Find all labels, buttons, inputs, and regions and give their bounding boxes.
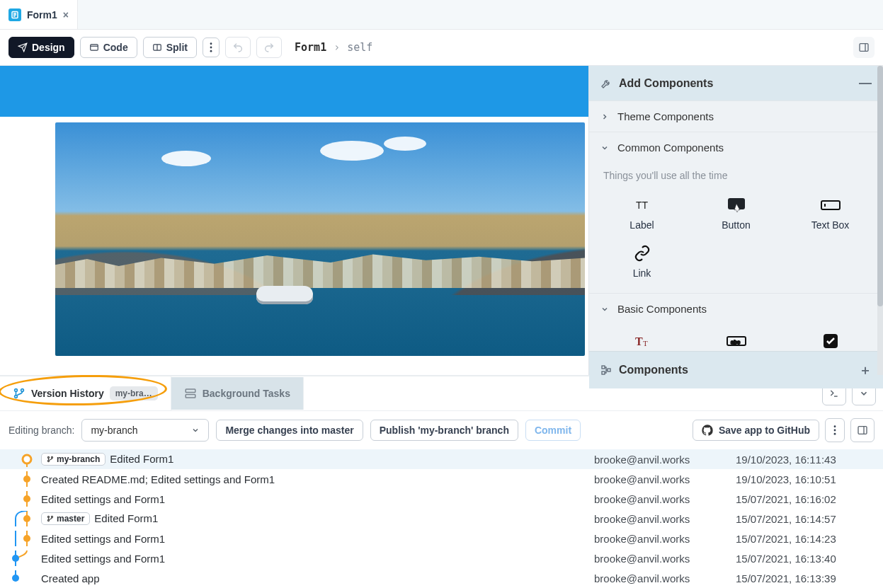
svg-rect-15 <box>608 369 610 371</box>
collapse-icon[interactable]: — <box>859 76 872 91</box>
commit-row[interactable]: Edited settings and Form1brooke@anvil.wo… <box>0 548 883 568</box>
commit-date: 15/07/2021, 16:14:57 <box>736 513 877 525</box>
basic-components-grid: TT abc <box>589 324 883 351</box>
common-components-subtext: Things you'll use all the time <box>589 163 883 184</box>
svg-point-39 <box>47 519 49 521</box>
svg-point-3 <box>210 42 212 45</box>
tab-background-tasks[interactable]: Background Tasks <box>171 377 304 410</box>
breadcrumb-self[interactable]: self <box>347 41 372 54</box>
tab-background-tasks-label: Background Tasks <box>203 388 290 399</box>
component-link[interactable]: Link <box>595 243 689 279</box>
component-button[interactable]: Button <box>689 195 783 231</box>
merge-button[interactable]: Merge changes into master <box>216 420 363 441</box>
tab-version-history[interactable]: Version History my-bra… <box>0 376 171 410</box>
code-button[interactable]: Code <box>80 37 137 58</box>
svg-text:abc: abc <box>731 339 740 345</box>
components-footer-title: Components <box>619 364 688 376</box>
svg-rect-16 <box>602 371 605 374</box>
common-components-section[interactable]: Common Components <box>589 132 883 163</box>
commit-message: Edited Form1 <box>94 512 158 524</box>
branch-tag: my-branch <box>41 453 106 466</box>
svg-point-37 <box>23 515 30 522</box>
panel-layout-button[interactable] <box>850 418 875 442</box>
add-components-header[interactable]: Add Components — <box>589 66 883 100</box>
commit-user: brooke@anvil.works <box>594 493 736 505</box>
svg-point-45 <box>12 555 19 562</box>
component-textbox[interactable]: Text Box <box>783 195 877 231</box>
toggle-right-panel-button[interactable] <box>853 37 875 58</box>
add-components-title: Add Components <box>619 77 713 90</box>
file-tab-form1[interactable]: Form1 × <box>0 0 78 29</box>
svg-rect-20 <box>186 389 195 393</box>
plus-icon[interactable]: ＋ <box>859 362 872 379</box>
basic-components-section[interactable]: Basic Components <box>589 293 883 324</box>
svg-point-29 <box>47 460 49 461</box>
commit-button[interactable]: Commit <box>525 420 581 441</box>
commit-date: 15/07/2021, 16:14:23 <box>736 533 877 545</box>
component-input[interactable]: abc <box>689 331 783 351</box>
svg-rect-1 <box>90 45 98 50</box>
commit-row[interactable]: Edited settings and Form1brooke@anvil.wo… <box>0 529 883 548</box>
commit-row[interactable]: Created appbrooke@anvil.works15/07/2021,… <box>0 568 883 588</box>
commit-message: Created README.md; Edited settings and F… <box>41 473 275 485</box>
svg-rect-6 <box>860 44 868 52</box>
commit-user: brooke@anvil.works <box>594 454 736 466</box>
commit-date: 15/07/2021, 16:16:02 <box>736 493 877 505</box>
editing-branch-label: Editing branch: <box>8 425 74 436</box>
component-text[interactable]: TT <box>595 331 689 351</box>
label-icon: TT <box>632 195 652 215</box>
redo-button[interactable] <box>256 37 282 58</box>
chevron-down-icon <box>191 426 200 434</box>
components-panel: Add Components — Theme Components Common… <box>588 66 883 375</box>
undo-button[interactable] <box>225 37 251 58</box>
commit-user: brooke@anvil.works <box>594 473 736 485</box>
github-menu-button[interactable] <box>825 418 845 442</box>
kebab-menu-button[interactable] <box>203 38 220 57</box>
save-to-github-button[interactable]: Save app to GitHub <box>693 420 819 441</box>
svg-point-4 <box>210 47 212 49</box>
chevron-right-icon <box>600 113 609 121</box>
close-icon[interactable]: × <box>63 9 69 21</box>
commit-row[interactable]: my-branchEdited Form1brooke@anvil.works1… <box>0 449 883 469</box>
branch-select[interactable]: my-branch <box>81 419 209 442</box>
split-button[interactable]: Split <box>143 37 197 58</box>
common-components-label: Common Components <box>617 142 724 154</box>
view-toolbar: Design Code Split Form1 › self <box>0 30 883 66</box>
theme-components-section[interactable]: Theme Components <box>589 100 883 132</box>
commit-row[interactable]: Edited settings and Form1brooke@anvil.wo… <box>0 489 883 509</box>
publish-button[interactable]: Publish 'my-branch' branch <box>370 420 518 441</box>
commit-row[interactable]: Created README.md; Edited settings and F… <box>0 469 883 489</box>
tree-icon <box>600 364 612 376</box>
svg-point-22 <box>834 425 836 427</box>
svg-point-34 <box>23 495 30 502</box>
svg-rect-14 <box>602 366 605 369</box>
components-footer[interactable]: Components ＋ <box>589 351 883 388</box>
canvas-image[interactable] <box>55 122 585 356</box>
branch-select-value: my-branch <box>91 425 137 436</box>
panel-scrollbar[interactable] <box>877 66 883 375</box>
svg-point-32 <box>23 475 30 483</box>
breadcrumb-form[interactable]: Form1 <box>295 41 326 54</box>
basic-components-label: Basic Components <box>617 303 707 315</box>
commit-message: Created app <box>41 572 100 584</box>
svg-point-18 <box>15 396 18 398</box>
svg-point-47 <box>12 575 19 582</box>
tab-version-history-label: Version History <box>31 388 104 399</box>
checkbox-icon <box>821 331 841 351</box>
svg-point-24 <box>834 433 836 435</box>
commit-message: Edited settings and Form1 <box>41 553 165 565</box>
commit-date: 15/07/2021, 16:13:39 <box>736 572 877 584</box>
button-icon <box>727 195 746 215</box>
svg-point-27 <box>23 455 31 463</box>
component-label[interactable]: TT Label <box>595 195 689 231</box>
svg-text:T: T <box>635 335 643 347</box>
theme-components-label: Theme Components <box>617 110 714 122</box>
svg-rect-8 <box>821 201 840 209</box>
textbox-icon <box>821 195 841 215</box>
design-button[interactable]: Design <box>8 37 74 58</box>
input-icon: abc <box>727 331 746 351</box>
commit-user: brooke@anvil.works <box>594 553 736 565</box>
component-checkbox[interactable] <box>783 331 877 351</box>
commit-message: Edited settings and Form1 <box>41 493 165 505</box>
commit-row[interactable]: masterEdited Form1brooke@anvil.works15/0… <box>0 509 883 529</box>
